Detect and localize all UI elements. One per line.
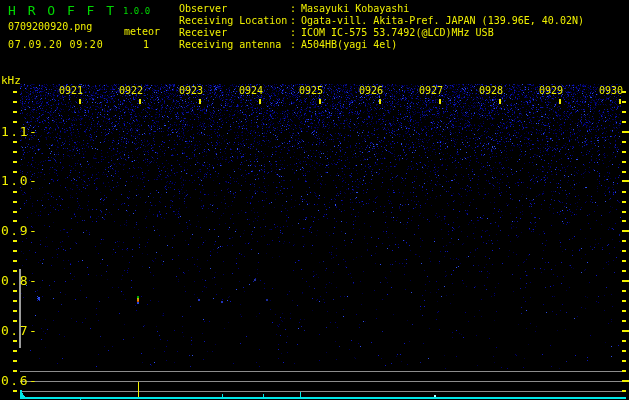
info-row: Receiver:ICOM IC-575 53.7492(@LCD)MHz US… xyxy=(179,27,494,38)
info-separator: : xyxy=(290,27,301,38)
app-version: 1.0.0 xyxy=(123,7,150,17)
freq-tick-label: 0.6- xyxy=(1,373,38,388)
output-filename: 0709200920.png xyxy=(8,21,92,32)
freq-tick-label: 0.8- xyxy=(1,273,38,288)
hrofft-output-window: H R O F F T 1.0.0 0709200920.png meteor … xyxy=(0,0,629,400)
time-tick-label: 0921 xyxy=(53,85,83,96)
spectrogram-canvas xyxy=(0,0,629,400)
info-separator: : xyxy=(290,15,301,26)
info-label: Receiving Location xyxy=(179,15,290,26)
info-label: Observer xyxy=(179,3,290,14)
freq-tick-label: 1.0- xyxy=(1,173,38,188)
info-row: Receiving antenna:A504HB(yagi 4el) xyxy=(179,39,397,50)
time-tick-label: 0926 xyxy=(353,85,383,96)
timestamp: 07.09.20 09:20 xyxy=(8,39,104,50)
info-separator: : xyxy=(290,39,301,50)
time-tick-label: 0922 xyxy=(113,85,143,96)
freq-axis-unit: kHz xyxy=(1,75,21,87)
time-tick-label: 0925 xyxy=(293,85,323,96)
channel-number: 1 xyxy=(143,39,149,50)
freq-tick-label: 0.7- xyxy=(1,323,38,338)
info-value: Ogata-vill. Akita-Pref. JAPAN (139.96E, … xyxy=(301,15,584,26)
info-label: Receiving antenna xyxy=(179,39,290,50)
time-tick-label: 0928 xyxy=(473,85,503,96)
info-value: ICOM IC-575 53.7492(@LCD)MHz USB xyxy=(301,27,494,38)
info-separator: : xyxy=(290,3,301,14)
time-tick-label: 0924 xyxy=(233,85,263,96)
info-value: A504HB(yagi 4el) xyxy=(301,39,397,50)
info-row: Receiving Location:Ogata-vill. Akita-Pre… xyxy=(179,15,584,26)
time-tick-label: 0929 xyxy=(533,85,563,96)
app-title: H R O F F T xyxy=(8,4,116,18)
freq-tick-label: 1.1- xyxy=(1,124,38,139)
time-tick-label: 0930 xyxy=(593,85,623,96)
time-tick-label: 0927 xyxy=(413,85,443,96)
freq-tick-label: 0.9- xyxy=(1,223,38,238)
info-value: Masayuki Kobayashi xyxy=(301,3,409,14)
mode-label: meteor xyxy=(124,26,160,37)
time-tick-label: 0923 xyxy=(173,85,203,96)
info-row: Observer:Masayuki Kobayashi xyxy=(179,3,409,14)
info-label: Receiver xyxy=(179,27,290,38)
